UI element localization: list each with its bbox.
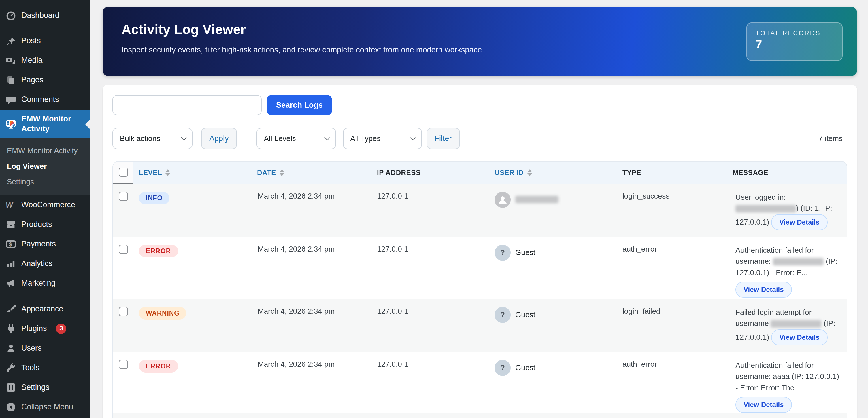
- view-details-button[interactable]: View Details: [736, 397, 792, 413]
- column-label: TYPE: [622, 169, 641, 177]
- archive-box-icon: [6, 220, 16, 230]
- sidebar-item-pages[interactable]: Pages: [0, 71, 90, 90]
- sidebar-item-emw-monitor-activity[interactable]: EMW Monitor Activity: [0, 110, 90, 138]
- column-header-type: TYPE: [617, 162, 727, 184]
- column-header-level[interactable]: LEVEL: [133, 162, 251, 184]
- bulk-actions-value: Bulk actions: [120, 134, 160, 143]
- log-date: March 4, 2026 2:34 pm: [251, 299, 371, 352]
- app-window: Dashboard Posts Media Pages Commen: [0, 0, 868, 418]
- row-checkbox[interactable]: [119, 192, 128, 201]
- pin-icon: [6, 36, 16, 46]
- view-details-button[interactable]: View Details: [771, 329, 828, 345]
- column-header-user-id[interactable]: USER ID: [489, 162, 617, 184]
- sidebar-item-posts[interactable]: Posts: [0, 31, 90, 51]
- message-text: Authentication failed for username: aaaa…: [736, 361, 839, 392]
- sidebar-item-dashboard[interactable]: Dashboard: [0, 6, 90, 25]
- sidebar-item-label: Pages: [21, 75, 43, 85]
- column-label: LEVEL: [139, 169, 162, 177]
- main-content: Activity Log Viewer Inspect security eve…: [90, 0, 868, 418]
- column-label: DATE: [257, 169, 276, 177]
- column-header-date[interactable]: DATE: [251, 162, 371, 184]
- row-checkbox[interactable]: [119, 359, 128, 369]
- filter-button[interactable]: Filter: [427, 128, 460, 149]
- log-ip-address: [371, 413, 489, 418]
- search-logs-button[interactable]: Search Logs: [267, 95, 332, 115]
- megaphone-icon: [6, 278, 16, 289]
- media-icon: [6, 56, 16, 66]
- plugins-update-badge: 3: [56, 323, 67, 334]
- log-date: March 4, 2026 2:34 pm: [251, 237, 371, 299]
- admin-sidebar: Dashboard Posts Media Pages Commen: [0, 0, 90, 418]
- submenu-item-settings[interactable]: Settings: [0, 174, 90, 190]
- plugin-icon: [6, 323, 16, 334]
- sidebar-item-comments[interactable]: Comments: [0, 90, 90, 110]
- row-checkbox[interactable]: [119, 244, 128, 254]
- redacted-message-fragment: [773, 258, 824, 266]
- svg-text:W: W: [6, 201, 13, 210]
- log-ip-address: 127.0.0.1: [371, 299, 489, 352]
- column-label: MESSAGE: [733, 169, 768, 177]
- sidebar-item-appearance[interactable]: Appearance: [0, 300, 90, 319]
- svg-text:$: $: [9, 242, 12, 248]
- total-records-label: TOTAL RECORDS: [755, 29, 833, 36]
- sidebar-item-tools[interactable]: Tools: [0, 358, 90, 378]
- user-name: Guest: [515, 310, 535, 319]
- table-header-row: LEVEL DATE IP ADDRESS USER I: [113, 162, 847, 184]
- log-message: Authentication failed for username: (IP:…: [727, 237, 847, 299]
- user-cell: ?Guest: [495, 359, 617, 376]
- chevron-down-icon: [324, 135, 330, 140]
- search-input[interactable]: [113, 95, 262, 115]
- search-row: Search Logs: [113, 95, 847, 115]
- payment-card-icon: $: [6, 239, 16, 250]
- sidebar-item-settings[interactable]: Settings: [0, 378, 90, 397]
- user-cell: [495, 191, 617, 208]
- sliders-icon: [6, 382, 16, 393]
- guest-avatar-icon: ?: [495, 307, 510, 323]
- sidebar-item-plugins[interactable]: Plugins 3: [0, 319, 90, 339]
- bulk-actions-select[interactable]: Bulk actions: [113, 128, 192, 149]
- submenu-item-log-viewer[interactable]: Log Viewer: [0, 159, 90, 174]
- table-row: ERRORMarch 4, 2026 2:34 pm127.0.0.1?Gues…: [113, 237, 847, 299]
- pages-icon: [6, 75, 16, 85]
- user-cell: ?Guest: [495, 307, 617, 323]
- sidebar-item-label: Marketing: [21, 279, 56, 288]
- select-all-checkbox[interactable]: [119, 168, 128, 177]
- sidebar-item-users[interactable]: Users: [0, 339, 90, 358]
- sidebar-item-woocommerce[interactable]: W WooCommerce: [0, 196, 90, 215]
- bar-chart-icon: [6, 259, 16, 269]
- sidebar-item-label: Media: [21, 56, 43, 66]
- sidebar-item-collapse-menu[interactable]: Collapse Menu: [0, 397, 90, 417]
- sidebar-item-products[interactable]: Products: [0, 215, 90, 235]
- sidebar-item-analytics[interactable]: Analytics: [0, 254, 90, 274]
- sidebar-item-payments[interactable]: $ Payments: [0, 235, 90, 254]
- table-row: ERRORMarch 4, 2026 2:34 pm127.0.0.1?Gues…: [113, 352, 847, 413]
- level-filter-select[interactable]: All Levels: [256, 128, 336, 149]
- sidebar-item-marketing[interactable]: Marketing: [0, 274, 90, 293]
- log-message: User logged in: ) (ID: 1, IP: 127.0.0.1)…: [727, 184, 847, 237]
- sidebar-item-label: Posts: [21, 36, 41, 46]
- log-type: login_success: [617, 184, 727, 237]
- view-details-button[interactable]: View Details: [736, 282, 792, 298]
- redacted-message-fragment: [771, 320, 822, 327]
- column-label: IP ADDRESS: [377, 169, 421, 177]
- user-name: Guest: [515, 248, 535, 257]
- view-details-button[interactable]: View Details: [771, 214, 828, 230]
- sidebar-item-label: Comments: [21, 95, 59, 105]
- sidebar-item-media[interactable]: Media: [0, 51, 90, 71]
- page-subtitle: Inspect security events, filter high-ris…: [122, 45, 843, 54]
- sidebar-item-label: EMW Monitor Activity: [21, 114, 85, 134]
- type-filter-select[interactable]: All Types: [343, 128, 422, 149]
- level-badge: INFO: [139, 191, 169, 204]
- sidebar-item-label: Payments: [21, 240, 56, 249]
- level-badge: ERROR: [139, 244, 178, 257]
- row-checkbox[interactable]: [119, 307, 128, 316]
- menu-separator: [0, 293, 90, 300]
- apply-button[interactable]: Apply: [201, 128, 237, 149]
- sidebar-item-label: Users: [21, 343, 42, 353]
- message-text: User logged in:: [736, 193, 786, 201]
- woocommerce-icon: W: [6, 200, 16, 210]
- submenu-item-emw-monitor-activity[interactable]: EMW Monitor Activity: [0, 143, 90, 159]
- log-ip-address: 127.0.0.1: [371, 237, 489, 299]
- total-records-card: TOTAL RECORDS 7: [746, 23, 843, 61]
- sidebar-item-label: Appearance: [21, 304, 63, 314]
